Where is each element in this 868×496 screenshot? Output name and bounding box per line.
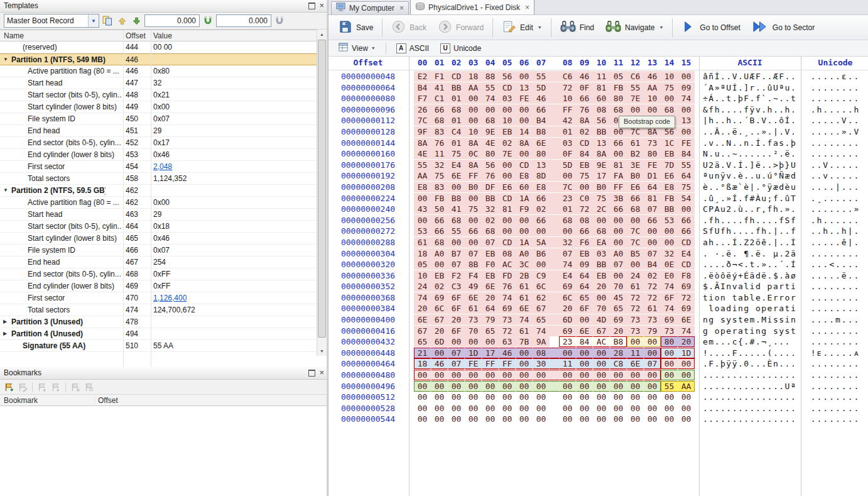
hex-byte-cell[interactable]: FA	[610, 170, 627, 181]
hex-byte-cell[interactable]: 00	[644, 403, 661, 414]
hex-byte-cell[interactable]: BB	[593, 126, 610, 137]
hex-byte-cell[interactable]: 84	[576, 336, 593, 347]
hex-byte-cell[interactable]: 72	[678, 292, 695, 303]
hex-byte-cell[interactable]: 73	[627, 326, 644, 336]
hex-byte-cell[interactable]: 46	[431, 358, 448, 369]
hex-byte-cell[interactable]: B0	[465, 182, 482, 192]
hex-byte-cell[interactable]: 6F	[448, 326, 465, 336]
hex-ascii-cell[interactable]: loading operati	[703, 303, 797, 314]
hex-byte-cell[interactable]: 00	[465, 370, 482, 380]
hex-byte-cell[interactable]: 66	[610, 138, 627, 148]
scroll-up-icon[interactable]: ▲	[317, 30, 327, 39]
hex-byte-cell[interactable]: 00	[610, 392, 627, 402]
hex-byte-cell[interactable]: 07	[448, 259, 465, 270]
hex-byte-cell[interactable]: FD	[499, 270, 516, 281]
hex-byte-cell[interactable]: 8A	[414, 138, 431, 148]
template-row-start-sector-bits-0-5-cylin[interactable]: Start sector (bits 0-5), cylin...4480x21	[0, 89, 327, 101]
chevron-down-icon[interactable]: ▼	[538, 25, 542, 30]
template-row-signature-55-aa[interactable]: Signature (55 AA)51055 AA	[0, 340, 327, 352]
hex-byte-cell[interactable]: CD	[499, 237, 516, 248]
hex-byte-cell[interactable]: 61	[414, 237, 431, 248]
hex-byte-cell[interactable]: CD	[678, 259, 695, 270]
template-scrollbar[interactable]: ▲ ▼	[317, 30, 327, 356]
hex-byte-cell[interactable]: 69	[559, 281, 576, 292]
hex-byte-cell[interactable]: 68	[448, 104, 465, 115]
hex-byte-cell[interactable]: 6C	[431, 303, 448, 314]
hex-byte-cell[interactable]: 46	[576, 71, 593, 82]
hex-ascii-cell[interactable]: em...c{.#.¬¸...	[703, 336, 797, 347]
hex-byte-cell[interactable]: 7B	[516, 336, 533, 347]
hex-byte-cell[interactable]: BB	[593, 259, 610, 270]
hex-byte-cell[interactable]: 00	[627, 392, 644, 402]
hex-byte-cell[interactable]: 61	[516, 292, 533, 303]
hex-byte-cell[interactable]: F4	[465, 270, 482, 281]
hex-byte-cell[interactable]: 00	[533, 392, 550, 402]
hex-byte-cell[interactable]: 53	[661, 215, 678, 226]
hex-byte-cell[interactable]: 67	[593, 326, 610, 336]
hex-byte-cell[interactable]: 66	[576, 93, 593, 104]
chevron-down-icon[interactable]: ▼	[659, 25, 663, 30]
hex-byte-cell[interactable]: 73	[661, 326, 678, 336]
hex-byte-cell[interactable]: 32	[559, 237, 576, 248]
hex-byte-cell[interactable]: B2	[627, 148, 644, 159]
hex-byte-cell[interactable]: 00	[465, 93, 482, 104]
hex-byte-cell[interactable]: 07	[448, 348, 465, 358]
hex-byte-cell[interactable]: 00	[627, 381, 644, 392]
hex-byte-cell[interactable]: 00	[482, 370, 499, 380]
hex-byte-cell[interactable]: 09	[576, 259, 593, 270]
hex-byte-cell[interactable]: 00	[465, 381, 482, 392]
hex-ascii-cell[interactable]: ................	[703, 392, 797, 402]
hex-byte-cell[interactable]: 00	[482, 414, 499, 424]
chevron-down-icon[interactable]: ▼	[88, 14, 99, 27]
hex-byte-cell[interactable]: 61	[516, 281, 533, 292]
hex-byte-cell[interactable]: 72	[499, 326, 516, 336]
hex-byte-cell[interactable]: 69	[610, 314, 627, 325]
hex-byte-cell[interactable]: E4	[678, 248, 695, 259]
hex-byte-cell[interactable]: 00	[576, 403, 593, 414]
hex-byte-cell[interactable]: DF	[482, 182, 499, 192]
hex-byte-cell[interactable]: 7C	[627, 226, 644, 236]
hex-byte-cell[interactable]: 00	[593, 348, 610, 358]
hex-byte-cell[interactable]: 00	[448, 182, 465, 192]
hex-byte-cell[interactable]: 08	[576, 215, 593, 226]
hex-unicode-cell[interactable]: ........	[802, 336, 868, 347]
hex-byte-cell[interactable]: 01	[448, 93, 465, 104]
hex-byte-cell[interactable]: 8D	[533, 170, 550, 181]
hex-byte-cell[interactable]: 00	[678, 370, 695, 380]
hex-byte-cell[interactable]: 66	[678, 226, 695, 236]
hex-byte-cell[interactable]: 00	[516, 115, 533, 126]
hex-byte-cell[interactable]: 07	[465, 248, 482, 259]
hex-byte-cell[interactable]: F2	[448, 270, 465, 281]
template-row-active-partition-flag-80[interactable]: Active partition flag (80 = ...4620x00	[0, 197, 327, 209]
hex-byte-cell[interactable]: 56	[482, 160, 499, 170]
hex-unicode-cell[interactable]: ..V.....	[802, 160, 868, 170]
hex-byte-cell[interactable]: 10	[644, 93, 661, 104]
hex-byte-cell[interactable]: C1	[431, 93, 448, 104]
hex-byte-cell[interactable]: 00	[610, 148, 627, 159]
hex-byte-cell[interactable]: B5	[627, 248, 644, 259]
hex-byte-cell[interactable]: F7	[414, 93, 431, 104]
hex-byte-cell[interactable]: 00	[516, 358, 533, 369]
hex-byte-cell[interactable]: 54	[678, 193, 695, 204]
hex-byte-cell[interactable]: 67	[414, 326, 431, 336]
hex-byte-cell[interactable]: 00	[644, 226, 661, 236]
hex-byte-cell[interactable]: 00	[644, 392, 661, 402]
template-row-first-sector[interactable]: First sector4542,048	[0, 161, 327, 173]
hex-byte-cell[interactable]: 5D	[559, 160, 576, 170]
hex-byte-cell[interactable]: 65	[414, 336, 431, 347]
hex-byte-cell[interactable]: 00	[465, 336, 482, 347]
hex-byte-cell[interactable]: 23	[559, 336, 576, 347]
hex-byte-cell[interactable]: 00	[661, 370, 678, 380]
hex-byte-cell[interactable]: EB	[482, 248, 499, 259]
hex-byte-cell[interactable]: 8A	[576, 115, 593, 126]
hex-byte-cell[interactable]: B0	[593, 182, 610, 192]
hex-byte-cell[interactable]: 68	[661, 104, 678, 115]
hex-byte-cell[interactable]: 55	[627, 82, 644, 93]
expand-triangle-icon[interactable]: ▶	[3, 319, 7, 324]
hex-ascii-cell[interactable]: .ëòôëý+Éädë.$.àø	[703, 270, 797, 281]
template-select[interactable]: Master Boot Record ▼	[4, 14, 99, 28]
hex-byte-cell[interactable]: 02	[482, 215, 499, 226]
goto-sector-button[interactable]: Go to Sector	[746, 18, 820, 38]
template-row-start-head[interactable]: Start head44732	[0, 77, 327, 89]
template-row-partition-4-unused[interactable]: ▶Partition 4 (Unused)494	[0, 328, 327, 340]
